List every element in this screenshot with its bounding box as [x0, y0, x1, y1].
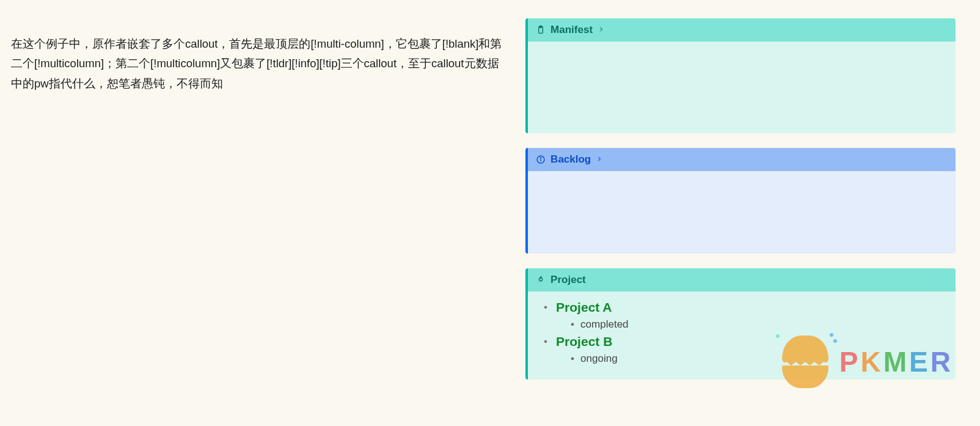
callout-manifest-body — [528, 42, 956, 133]
info-icon — [535, 155, 546, 165]
pkmer-text: PKMER — [839, 345, 953, 378]
callout-backlog-body — [528, 171, 956, 254]
callout-manifest: Manifest — [525, 18, 956, 133]
project-name[interactable]: Project B — [556, 334, 612, 348]
project-status: completed — [572, 318, 947, 331]
callout-manifest-title[interactable]: Manifest — [528, 18, 956, 42]
description-paragraph: 在这个例子中，原作者嵌套了多个callout，首先是最顶层的[!multi-co… — [11, 34, 508, 94]
left-column: 在这个例子中，原作者嵌套了多个callout，首先是最顶层的[!multi-co… — [0, 0, 519, 426]
callout-backlog: Backlog — [525, 148, 956, 254]
callout-title-text: Backlog — [550, 153, 591, 166]
callout-backlog-title[interactable]: Backlog — [528, 148, 956, 171]
callout-title-text: Manifest — [550, 24, 593, 36]
chevron-right-icon — [596, 155, 603, 164]
callout-title-text: Project — [550, 274, 586, 286]
chevron-right-icon — [598, 26, 605, 35]
pkmer-watermark: PKMER — [782, 336, 953, 388]
clipboard-icon — [535, 25, 546, 35]
project-name[interactable]: Project A — [556, 300, 612, 314]
svg-point-4 — [540, 158, 541, 158]
list-item: Project A completed — [547, 300, 947, 331]
callout-project-title[interactable]: Project — [528, 268, 956, 292]
flame-icon — [535, 275, 546, 285]
egg-logo-icon — [782, 336, 828, 388]
